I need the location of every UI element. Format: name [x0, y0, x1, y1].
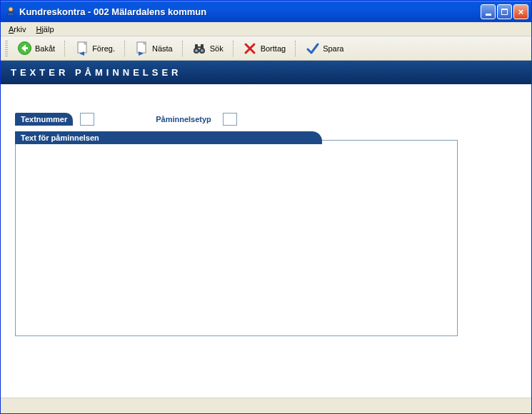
toolbar-separator [182, 41, 183, 56]
svg-rect-11 [201, 44, 204, 49]
svg-point-9 [201, 49, 204, 52]
maximize-icon [501, 9, 508, 15]
toolbar-separator [295, 41, 296, 56]
content-area: Textnummer Påminnelsetyp Text för påminn… [1, 84, 531, 398]
checkmark-icon [305, 41, 320, 56]
search-button[interactable]: Sök [187, 38, 229, 59]
svg-point-0 [9, 7, 13, 11]
back-icon [17, 41, 32, 56]
next-label: Nästa [152, 44, 173, 53]
minimize-icon [486, 14, 491, 16]
save-button[interactable]: Spara [300, 38, 348, 59]
svg-point-8 [195, 49, 198, 52]
delete-button[interactable]: Borttag [238, 38, 291, 59]
toolbar: Bakåt Föreg. Nästa [1, 36, 531, 61]
next-button[interactable]: Nästa [129, 38, 178, 59]
prev-button[interactable]: Föreg. [69, 38, 120, 59]
reminder-text-group-label: Text för påminnelsen [15, 131, 322, 144]
delete-icon [243, 41, 258, 56]
prev-label: Föreg. [92, 44, 115, 53]
close-button[interactable]: × [513, 4, 528, 19]
textnummer-label: Textnummer [15, 113, 73, 126]
app-icon [5, 6, 16, 17]
paminnelsetyp-label: Påminnelsetyp [151, 113, 216, 126]
svg-rect-10 [195, 44, 198, 49]
toolbar-separator [124, 41, 125, 56]
reminder-text-input[interactable] [15, 140, 458, 336]
minimize-button[interactable] [481, 4, 496, 19]
maximize-button[interactable] [497, 4, 512, 19]
menu-arkiv[interactable]: Arkiv [4, 24, 31, 35]
app-window: Kundreskontra - 002 Mälardalens kommun ×… [0, 0, 532, 414]
document-next-icon [134, 41, 149, 56]
search-label: Sök [210, 44, 224, 53]
textnummer-input[interactable] [80, 113, 94, 126]
delete-label: Borttag [261, 44, 286, 53]
statusbar [1, 398, 531, 413]
back-label: Bakåt [35, 44, 55, 53]
back-button[interactable]: Bakåt [12, 38, 60, 59]
paminnelsetyp-input[interactable] [223, 113, 237, 126]
field-row: Textnummer Påminnelsetyp [15, 113, 517, 126]
toolbar-separator [64, 41, 65, 56]
binoculars-icon [192, 41, 207, 56]
menubar: Arkiv Hjälp [1, 22, 531, 36]
window-title: Kundreskontra - 002 Mälardalens kommun [19, 6, 479, 17]
menu-hjalp[interactable]: Hjälp [31, 24, 59, 35]
toolbar-grip [5, 41, 8, 56]
section-header: TEXTER PÅMINNELSER [1, 61, 531, 84]
save-label: Spara [323, 44, 343, 53]
titlebar: Kundreskontra - 002 Mälardalens kommun × [1, 1, 531, 22]
document-prev-icon [74, 41, 89, 56]
close-icon: × [518, 7, 524, 16]
reminder-text-group: Text för påminnelsen [15, 140, 517, 336]
svg-rect-12 [198, 46, 201, 48]
toolbar-separator [233, 41, 234, 56]
